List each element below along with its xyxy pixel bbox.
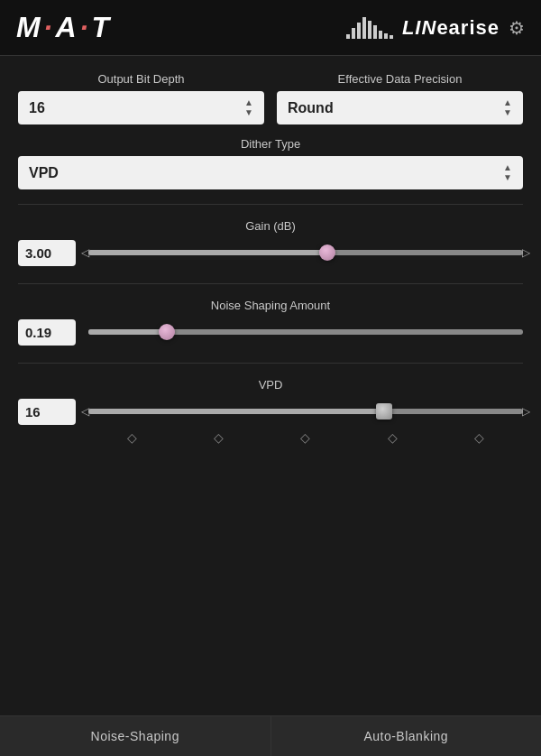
vpd-value-box[interactable]: 16 bbox=[18, 399, 76, 425]
main-content: Output Bit Depth 16 ▲ ▼ Effective Data P… bbox=[0, 56, 541, 715]
gain-slider-track[interactable] bbox=[88, 250, 523, 255]
gain-label: Gain (dB) bbox=[18, 219, 523, 233]
effective-data-precision-select[interactable]: Round ▲ ▼ bbox=[277, 91, 523, 124]
hm-bar bbox=[346, 34, 350, 39]
vpd-slider-row: 16 ◁ ▷ bbox=[18, 395, 523, 428]
noise-shaping-slider-thumb[interactable] bbox=[159, 324, 175, 340]
vpd-slider-thumb[interactable] bbox=[376, 403, 392, 419]
divider-3 bbox=[18, 363, 523, 364]
hm-bar bbox=[390, 35, 393, 39]
noise-shaping-section: Noise Shaping Amount 0.19 bbox=[18, 299, 523, 348]
effective-data-precision-label: Effective Data Precision bbox=[277, 72, 523, 86]
vpd-slider-wrapper[interactable]: ◁ ▷ bbox=[88, 395, 523, 428]
precision-spinner-down-icon[interactable]: ▼ bbox=[503, 108, 512, 117]
hm-bar bbox=[373, 25, 377, 39]
spinner-down-icon[interactable]: ▼ bbox=[244, 108, 253, 117]
output-bit-depth-label: Output Bit Depth bbox=[18, 72, 264, 86]
vpd-label: VPD bbox=[18, 378, 523, 392]
hm-logo bbox=[346, 17, 393, 39]
gain-slider-row: 3.00 ◁ ▷ bbox=[18, 236, 523, 269]
settings-icon[interactable]: ⚙ bbox=[509, 17, 525, 39]
gain-slider-thumb[interactable] bbox=[319, 244, 335, 261]
dither-spinner-down-icon[interactable]: ▼ bbox=[503, 173, 512, 182]
vpd-right-arrow-icon: ▷ bbox=[522, 405, 530, 418]
output-bit-depth-col: Output Bit Depth 16 ▲ ▼ bbox=[18, 72, 264, 124]
hm-bar bbox=[368, 21, 371, 39]
vpd-slider-track[interactable] bbox=[88, 409, 523, 414]
output-bit-depth-select[interactable]: 16 ▲ ▼ bbox=[18, 91, 264, 124]
precision-spinner[interactable]: ▲ ▼ bbox=[503, 98, 512, 117]
linearise-label: LINearise bbox=[402, 16, 500, 40]
dither-type-value: VPD bbox=[29, 165, 59, 181]
header: M·A·T LINearise ⚙ bbox=[0, 0, 541, 56]
vpd-tick-5: ◇ bbox=[474, 431, 484, 444]
vpd-tick-2: ◇ bbox=[214, 431, 224, 444]
dither-spinner[interactable]: ▲ ▼ bbox=[503, 163, 512, 182]
vpd-tick-1: ◇ bbox=[127, 431, 137, 444]
top-controls-row: Output Bit Depth 16 ▲ ▼ Effective Data P… bbox=[18, 72, 523, 124]
vpd-tick-3: ◇ bbox=[300, 431, 310, 444]
output-bit-depth-value: 16 bbox=[29, 100, 45, 116]
hm-bar bbox=[362, 17, 366, 39]
dither-type-section: Dither Type VPD ▲ ▼ bbox=[18, 137, 523, 189]
precision-spinner-up-icon[interactable]: ▲ bbox=[503, 98, 512, 107]
bit-depth-spinner[interactable]: ▲ ▼ bbox=[244, 98, 253, 117]
vpd-section: VPD 16 ◁ ▷ ◇ ◇ ◇ ◇ ◇ bbox=[18, 378, 523, 444]
dither-type-label: Dither Type bbox=[18, 137, 523, 151]
vpd-ticks: ◇ ◇ ◇ ◇ ◇ bbox=[18, 431, 523, 444]
noise-shaping-label: Noise Shaping Amount bbox=[18, 299, 523, 312]
dither-spinner-up-icon[interactable]: ▲ bbox=[503, 163, 512, 172]
auto-blanking-button[interactable]: Auto-Blanking bbox=[271, 716, 542, 756]
hm-bar bbox=[379, 31, 382, 39]
hm-bars-icon bbox=[346, 17, 393, 39]
effective-data-precision-value: Round bbox=[288, 100, 334, 116]
noise-shaping-value-box[interactable]: 0.19 bbox=[18, 319, 76, 346]
dither-type-select[interactable]: VPD ▲ ▼ bbox=[18, 156, 523, 189]
divider-2 bbox=[18, 283, 523, 284]
effective-data-precision-col: Effective Data Precision Round ▲ ▼ bbox=[277, 72, 523, 124]
gain-slider-track-wrapper[interactable]: ◁ ▷ bbox=[88, 236, 523, 269]
gain-right-arrow-icon: ▷ bbox=[522, 246, 530, 259]
maat-logo: M·A·T bbox=[16, 11, 113, 44]
gain-slider-fill bbox=[88, 250, 327, 255]
noise-shaping-slider-track[interactable] bbox=[88, 329, 523, 335]
gain-value-box[interactable]: 3.00 bbox=[18, 240, 76, 266]
spinner-up-icon[interactable]: ▲ bbox=[244, 98, 253, 107]
vpd-tick-4: ◇ bbox=[388, 431, 398, 444]
noise-shaping-slider-wrapper[interactable] bbox=[88, 316, 523, 348]
vpd-slider-fill bbox=[88, 409, 384, 414]
noise-shaping-slider-row: 0.19 bbox=[18, 316, 523, 348]
hm-bar bbox=[384, 33, 388, 39]
header-right: LINearise ⚙ bbox=[346, 16, 525, 40]
hm-bar bbox=[352, 28, 355, 39]
divider-1 bbox=[18, 204, 523, 205]
gain-section: Gain (dB) 3.00 ◁ ▷ bbox=[18, 219, 523, 269]
noise-shaping-slider-fill bbox=[88, 329, 167, 335]
noise-shaping-button[interactable]: Noise-Shaping bbox=[0, 716, 271, 756]
bottom-buttons-bar: Noise-Shaping Auto-Blanking bbox=[0, 715, 541, 756]
hm-bar bbox=[357, 23, 361, 39]
